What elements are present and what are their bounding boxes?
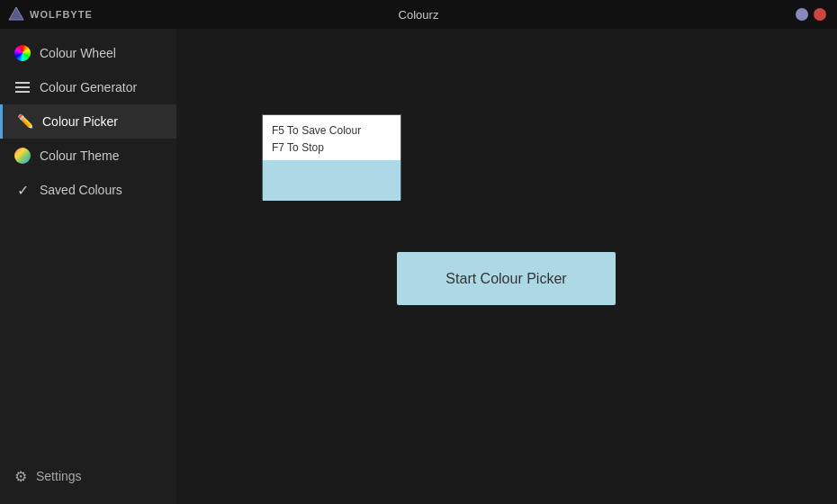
sidebar-item-colour-generator[interactable]: Colour Generator <box>0 70 176 104</box>
app-title: Colourz <box>399 8 439 22</box>
colour-generator-icon <box>14 79 31 95</box>
colour-preview-box: F5 To Save Colour F7 To Stop <box>262 114 401 200</box>
sidebar-item-colour-theme[interactable]: Colour Theme <box>0 139 176 173</box>
start-button-label: Start Colour Picker <box>446 271 566 287</box>
sidebar: Colour Wheel Colour Generator ✏️ Colour … <box>0 29 176 504</box>
content-area: F5 To Save Colour F7 To Stop Start Colou… <box>176 29 837 504</box>
preview-text-area: F5 To Save Colour F7 To Stop <box>263 115 400 160</box>
sidebar-label-colour-picker: Colour Picker <box>42 114 118 129</box>
settings-icon: ⚙ <box>14 468 27 485</box>
sidebar-label-settings: Settings <box>36 469 82 483</box>
sidebar-item-colour-picker[interactable]: ✏️ Colour Picker <box>0 104 176 139</box>
sidebar-label-colour-theme: Colour Theme <box>40 148 119 163</box>
colour-theme-icon <box>14 148 31 164</box>
window-control-dot-2[interactable] <box>814 8 826 21</box>
svg-marker-0 <box>9 7 23 20</box>
sidebar-item-colour-wheel[interactable]: Colour Wheel <box>0 36 176 70</box>
saved-colours-icon: ✓ <box>14 182 31 198</box>
colour-wheel-icon <box>14 45 31 61</box>
sidebar-label-saved-colours: Saved Colours <box>40 183 122 197</box>
sidebar-bottom: ⚙ Settings <box>0 448 176 504</box>
preview-colour-swatch <box>263 160 400 201</box>
preview-line1: F5 To Save Colour <box>272 122 392 140</box>
main-layout: Colour Wheel Colour Generator ✏️ Colour … <box>0 29 837 504</box>
wolfbyte-logo-icon <box>7 5 25 23</box>
app-logo: WOLFBYTE <box>7 5 93 23</box>
sidebar-item-saved-colours[interactable]: ✓ Saved Colours <box>0 173 176 207</box>
sidebar-label-colour-generator: Colour Generator <box>40 80 137 94</box>
sidebar-item-settings[interactable]: ⚙ Settings <box>0 459 176 493</box>
titlebar: WOLFBYTE Colourz <box>0 0 837 29</box>
start-colour-picker-button[interactable]: Start Colour Picker <box>397 252 616 305</box>
colour-picker-icon: ✏️ <box>17 113 33 130</box>
window-controls <box>796 8 826 21</box>
window-control-dot-1[interactable] <box>796 8 808 21</box>
preview-line2: F7 To Stop <box>272 140 392 157</box>
logo-text: WOLFBYTE <box>30 9 93 20</box>
sidebar-label-colour-wheel: Colour Wheel <box>40 46 116 60</box>
